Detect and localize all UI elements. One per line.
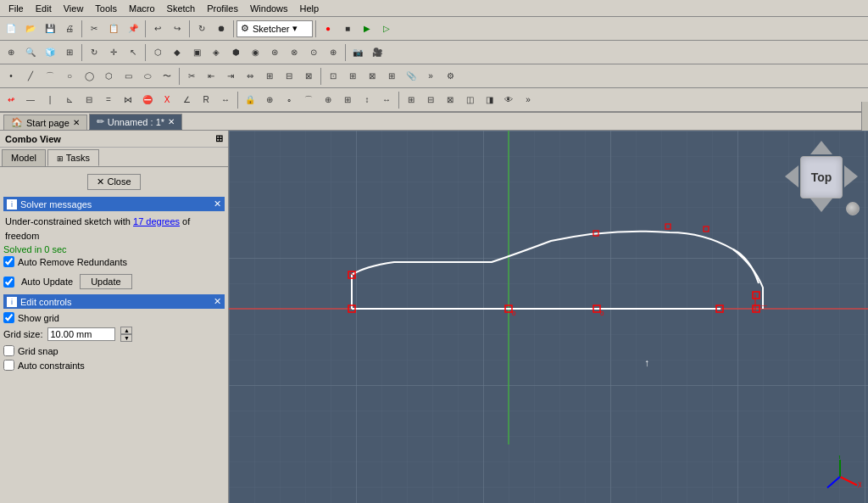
play-btn[interactable]: ▶ — [358, 20, 376, 38]
sketch-spline-btn[interactable]: 〜 — [158, 67, 176, 86]
cube-corner-sphere[interactable] — [846, 202, 860, 215]
viewport[interactable]: 0 0 — ↑ — [229, 131, 868, 503]
tab-unnamed[interactable]: ✏ Unnamed : 1* ✕ — [89, 114, 182, 130]
tab-model[interactable]: Model — [2, 149, 46, 166]
menu-tools[interactable]: Tools — [90, 2, 122, 15]
cons-perp-btn[interactable]: ⊾ — [60, 91, 79, 109]
undo-btn[interactable]: ↩ — [148, 20, 167, 38]
save-file-btn[interactable]: 💾 — [41, 20, 59, 38]
sketch-slot-btn[interactable]: ⬭ — [138, 67, 157, 86]
redo-btn[interactable]: ↪ — [168, 20, 186, 38]
cons-more-btn[interactable]: » — [519, 91, 537, 109]
cons-vline-btn[interactable]: | — [41, 91, 59, 109]
part1-btn[interactable]: ⬡ — [148, 43, 167, 62]
cons-m3-btn[interactable]: ⊠ — [441, 91, 459, 109]
tab-startpage-close[interactable]: ✕ — [73, 118, 80, 127]
sketch-offset-btn[interactable]: ⊞ — [260, 67, 279, 86]
print-btn[interactable]: 🖨 — [60, 20, 79, 38]
cons-display-btn[interactable]: 👁 — [499, 91, 518, 109]
cons-m4-btn[interactable]: ◫ — [460, 91, 479, 109]
cons-fix-btn[interactable]: ↫ — [2, 91, 20, 109]
view3d-btn[interactable]: 🧊 — [41, 43, 59, 62]
cons-x-btn[interactable]: X — [158, 91, 176, 109]
nav-up-arrow[interactable] — [809, 139, 834, 158]
cons-radius-btn[interactable]: R — [197, 91, 215, 109]
cube-top-face[interactable]: Top — [800, 156, 843, 198]
zoom-btn[interactable]: 🔍 — [21, 43, 40, 62]
zoom-fit-btn[interactable]: ⊕ — [2, 43, 20, 62]
stop-btn[interactable]: ● — [319, 20, 337, 38]
tab-unnamed-close[interactable]: ✕ — [168, 117, 175, 126]
render-btn[interactable]: ▷ — [377, 20, 396, 38]
cons-tang-btn[interactable]: ⌒ — [299, 91, 318, 109]
sketch-extra-btn[interactable]: ⚙ — [441, 67, 459, 86]
cons-block-btn[interactable]: ⛔ — [138, 91, 157, 109]
sketch-poly-btn[interactable]: ⬡ — [99, 67, 118, 86]
pan-btn[interactable]: ✛ — [104, 43, 123, 62]
grid-size-down-btn[interactable]: ▼ — [120, 334, 132, 342]
part10-btn[interactable]: ⊕ — [324, 43, 342, 62]
sketch-mirror-btn[interactable]: ⇔ — [241, 67, 259, 86]
part2-btn[interactable]: ◆ — [168, 43, 186, 62]
cons-equal-btn[interactable]: = — [99, 91, 118, 109]
part8-btn[interactable]: ⊗ — [285, 43, 303, 62]
close-button[interactable]: ✕ Close — [87, 174, 140, 190]
paste-btn[interactable]: 📌 — [124, 20, 142, 38]
sketch-clone-btn[interactable]: ⊟ — [280, 67, 298, 86]
view-cube[interactable]: Top — [783, 139, 860, 215]
sketch-attach-btn[interactable]: 📎 — [402, 67, 420, 86]
sketch-split-btn[interactable]: ⇥ — [221, 67, 240, 86]
cam1-btn[interactable]: 📷 — [348, 43, 367, 62]
cons-lock-btn[interactable]: 🔒 — [241, 91, 259, 109]
rotate-btn[interactable]: ↻ — [85, 43, 103, 62]
copy-btn[interactable]: 📋 — [104, 20, 123, 38]
solver-degrees-link[interactable]: 17 degrees — [133, 216, 180, 226]
axis-btn[interactable]: ⊞ — [60, 43, 79, 62]
cons-dist-btn[interactable]: ↔ — [216, 91, 235, 109]
cons-mid-btn[interactable]: ⊕ — [319, 91, 337, 109]
cons-coin-btn[interactable]: ⊕ — [260, 91, 279, 109]
tab-tasks[interactable]: ⊞ Tasks — [47, 149, 99, 166]
sketch-external-btn[interactable]: ⊠ — [299, 67, 318, 86]
part9-btn[interactable]: ⊙ — [304, 43, 323, 62]
menu-sketch[interactable]: Sketch — [162, 2, 201, 15]
cam2-btn[interactable]: 🎥 — [368, 43, 387, 62]
sketch-arc-btn[interactable]: ⌒ — [41, 67, 59, 86]
combo-view-float-btn[interactable]: ⊞ — [215, 133, 223, 144]
menu-edit[interactable]: Edit — [31, 2, 57, 15]
update-button[interactable]: Update — [80, 274, 131, 289]
cons-m1-btn[interactable]: ⊞ — [402, 91, 420, 109]
sketch-cons2-btn[interactable]: ⊞ — [343, 67, 362, 86]
tab-startpage[interactable]: 🏠 Start page ✕ — [3, 115, 87, 130]
cons-horv-btn[interactable]: ⊞ — [338, 91, 357, 109]
select-btn[interactable]: ↖ — [124, 43, 142, 62]
sketch-cons1-btn[interactable]: ⊡ — [324, 67, 342, 86]
part7-btn[interactable]: ⊛ — [265, 43, 284, 62]
cons-m2-btn[interactable]: ⊟ — [421, 91, 440, 109]
solver-close-btn[interactable]: ✕ — [214, 198, 221, 210]
cons-hline-btn[interactable]: — — [21, 91, 40, 109]
menu-file[interactable]: File — [3, 2, 29, 15]
sketch-line-btn[interactable]: ╱ — [21, 67, 40, 86]
menu-profiles[interactable]: Profiles — [202, 2, 243, 15]
menu-windows[interactable]: Windows — [245, 2, 293, 15]
nav-down-arrow[interactable] — [809, 197, 834, 215]
cons-parallel-btn[interactable]: ⊟ — [80, 91, 98, 109]
grid-snap-checkbox[interactable] — [3, 345, 14, 356]
cons-symmetry-btn[interactable]: ⋈ — [119, 91, 137, 109]
sketch-cons3-btn[interactable]: ⊠ — [363, 67, 381, 86]
sketch-ellipse-btn[interactable]: ◯ — [80, 67, 98, 86]
menu-help[interactable]: Help — [295, 2, 325, 15]
cons-m5-btn[interactable]: ◨ — [480, 91, 498, 109]
auto-remove-checkbox[interactable] — [3, 256, 14, 267]
menu-macro[interactable]: Macro — [124, 2, 160, 15]
auto-update-checkbox[interactable] — [3, 277, 14, 288]
new-file-btn[interactable]: 📄 — [2, 20, 20, 38]
cons-h2-btn[interactable]: ↕ — [358, 91, 376, 109]
cons-point-on-btn[interactable]: ∘ — [280, 91, 298, 109]
sketch-rect-btn[interactable]: ▭ — [119, 67, 137, 86]
auto-constraints-checkbox[interactable] — [3, 360, 14, 371]
menu-view[interactable]: View — [58, 2, 89, 15]
nav-left-arrow[interactable] — [783, 164, 800, 191]
halt-btn[interactable]: ■ — [338, 20, 357, 38]
